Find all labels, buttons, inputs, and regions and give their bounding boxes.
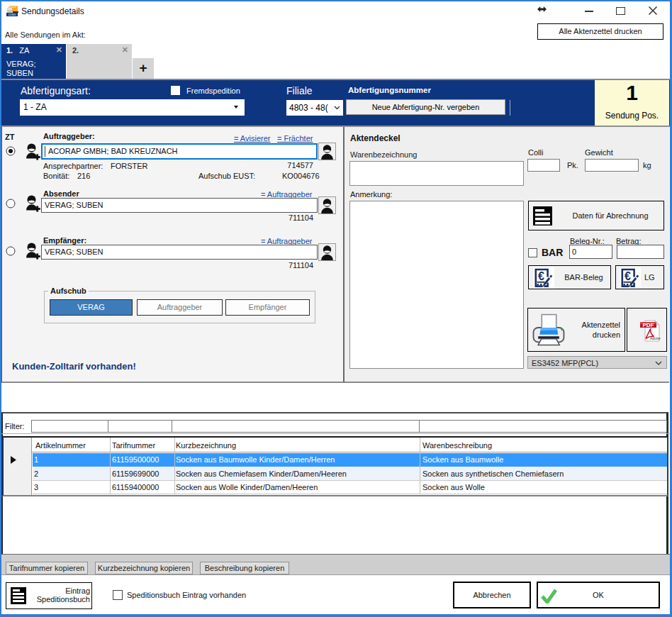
svg-text:PDF: PDF bbox=[643, 322, 654, 328]
svg-text:€: € bbox=[538, 270, 544, 282]
svg-text:€: € bbox=[625, 270, 631, 282]
svg-text:12345: 12345 bbox=[8, 13, 16, 16]
svg-text:Adobe: Adobe bbox=[649, 336, 661, 340]
